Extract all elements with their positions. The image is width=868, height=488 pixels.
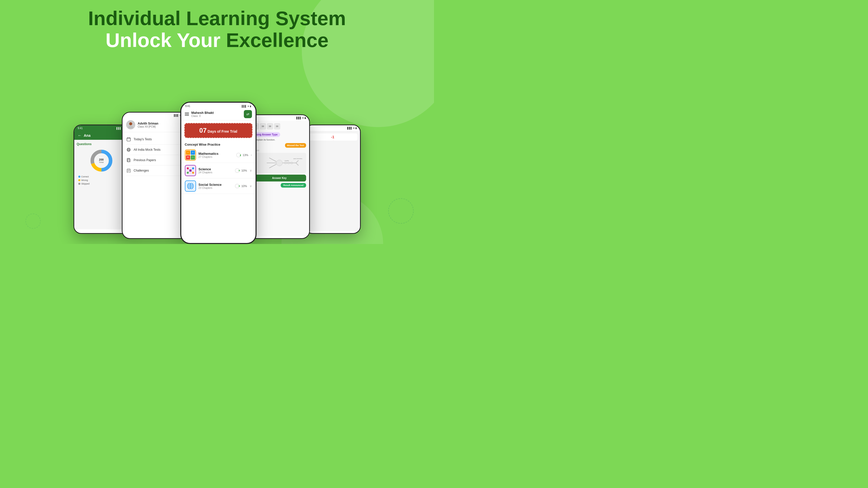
svg-text:✕: ✕ — [187, 156, 189, 159]
question-numbers: 37 38 38 38 — [253, 123, 306, 129]
analytics-content: Questions 200 Total — [74, 140, 129, 229]
menu-item-todays-tests[interactable]: Today's Tests — [126, 134, 184, 144]
main-header: Mahesh Bhakt Class: X ⇄ — [181, 108, 255, 121]
user-avatar — [126, 120, 135, 129]
donut-chart: 200 Total — [77, 148, 126, 173]
calendar-icon — [126, 137, 131, 142]
social-science-name: Social Science — [198, 183, 232, 187]
question-text-snippet: nd explain its function. — [253, 138, 306, 141]
phone-test-result: ▌▌▌ ≋ ▮ 37 38 38 38 Long Answer Type nd … — [249, 115, 310, 239]
math-expand-icon[interactable]: › — [251, 153, 252, 157]
svg-text:axon terminal: axon terminal — [293, 158, 302, 159]
phone-far-right: ▌▌▌ ≋ ▮ -1 — [305, 125, 361, 234]
legend-label-wrong: Wrong — [81, 179, 88, 182]
status-bar-left: 9:41 ▌▌▌⚡ — [74, 125, 129, 131]
menu-item-challenges[interactable]: Challenges — [126, 165, 184, 176]
headline-line2: Unlock Your Excellence — [0, 30, 434, 51]
answer-type-badge: Long Answer Type — [253, 132, 280, 137]
menu-item-previous-papers[interactable]: Previous Papers — [126, 155, 184, 165]
svg-point-44 — [235, 168, 239, 172]
phone-analytics: 9:41 ▌▌▌⚡ ← Ana Questions — [73, 125, 129, 234]
questions-label: Questions — [77, 142, 126, 146]
main-user-name: Mahesh Bhakt — [191, 111, 214, 115]
challenge-icon — [126, 168, 131, 173]
time-main: 9:41 — [185, 105, 190, 107]
social-science-icon — [185, 181, 196, 192]
svg-line-57 — [269, 164, 276, 168]
science-info: Science 24 Chapters — [198, 167, 232, 174]
screen-title-left: Ana — [84, 133, 91, 137]
trial-text: Days of Free Trial — [208, 129, 238, 133]
svg-point-4 — [129, 122, 132, 125]
back-button[interactable]: ← — [78, 133, 82, 138]
science-chapters: 24 Chapters — [198, 171, 232, 174]
menu-label-challenges: Challenges — [134, 169, 149, 172]
science-expand-icon[interactable]: ∨ — [250, 169, 252, 172]
user-name-mid: Advith Sriman — [138, 122, 158, 125]
globe-icon — [126, 147, 131, 152]
science-icon — [185, 165, 196, 176]
missed-test-badge: Missed the Test — [285, 143, 306, 148]
science-progress: 10% ∨ — [235, 168, 252, 173]
svg-line-55 — [269, 158, 276, 162]
phone-main: 9:41 ▌▌▌ ≋ ▮ Mahesh Bhakt Class: X ⇄ 07 — [180, 102, 256, 244]
svg-point-37 — [192, 167, 194, 169]
svg-text:myelin: myelin — [284, 160, 289, 161]
math-name: Mathematics — [198, 152, 234, 156]
svg-line-60 — [296, 163, 299, 165]
menu-list[interactable]: Today's Tests All India Mock Tests — [123, 132, 187, 178]
legend-label-skipped: Skipped — [81, 183, 90, 185]
donut-center-text: 200 Total — [99, 158, 104, 163]
subject-science[interactable]: Science 24 Chapters 10% ∨ — [181, 163, 255, 178]
social-science-expand-icon[interactable]: ∨ — [250, 184, 252, 188]
user-class-mid: Class XII [PCM] — [138, 125, 158, 128]
hamburger-menu[interactable] — [185, 112, 189, 116]
status-bar-far-right: ▌▌▌ ≋ ▮ — [306, 125, 360, 131]
svg-point-32 — [237, 153, 241, 157]
headline-system-text: System — [275, 7, 346, 30]
legend-item-gray: Skipped — [78, 183, 125, 185]
math-info: Mathematics 27 Chapters — [198, 152, 234, 158]
svg-line-59 — [296, 160, 299, 163]
social-science-progress: 10% ∨ — [235, 184, 252, 189]
neuron-diagram: myelin axon terminal — [253, 153, 306, 173]
result-announced-badge: Result Announced — [281, 183, 306, 188]
menu-label-previous-papers: Previous Papers — [134, 158, 156, 162]
headline-line1: Individual Learning System — [0, 8, 434, 30]
far-right-content: -1 — [306, 131, 360, 231]
science-progress-text: 10% — [241, 169, 247, 172]
search-user-icon[interactable]: ⇄ — [244, 110, 252, 118]
svg-point-36 — [187, 167, 189, 169]
subject-social-science[interactable]: Social Science 23 Chapters 10% ∨ — [181, 178, 255, 194]
status-icons-main: ▌▌▌ ≋ ▮ — [242, 105, 251, 107]
long-answer-badge: Long Answer Type — [253, 132, 306, 138]
status-bar-main: 9:41 ▌▌▌ ≋ ▮ — [181, 103, 255, 108]
missed-test-row: Missed the Test — [253, 143, 306, 148]
q-num-38a: 38 — [260, 123, 266, 129]
chart-legend: Correct Wrong Skipped — [77, 175, 126, 185]
total-number: 200 — [99, 158, 104, 161]
legend-dot-blue — [78, 175, 80, 178]
svg-text:+: + — [192, 151, 193, 154]
header-left: Mahesh Bhakt Class: X — [185, 111, 214, 118]
menu-item-mock-tests[interactable]: All India Mock Tests — [126, 144, 184, 155]
headline-unlock-your: Unlock Your — [105, 29, 220, 51]
phone-menu: ▌▌▌ ≋ ▮ Advith Sriman Class XII [PCM] — [122, 112, 188, 239]
negative-marking: -1 — [308, 133, 358, 140]
answer-key-button[interactable]: Answer Key — [253, 174, 306, 182]
social-science-chapters: 23 Chapters — [198, 187, 232, 189]
svg-point-39 — [192, 172, 194, 174]
science-name: Science — [198, 167, 232, 171]
social-science-info: Social Science 23 Chapters — [198, 183, 232, 189]
header-user-info: Mahesh Bhakt Class: X — [191, 111, 214, 118]
search-icon: ⇄ — [246, 112, 249, 116]
math-icon: ÷ + ✕ − — [185, 150, 196, 161]
subject-mathematics[interactable]: ÷ + ✕ − Mathematics 27 Chapters 13% — [181, 148, 255, 163]
legend-item-blue: Correct — [78, 175, 125, 178]
svg-rect-6 — [127, 138, 130, 141]
status-bar-right: ▌▌▌ ≋ ▮ — [250, 115, 309, 121]
concept-practice-title: Concept Wise Practice — [181, 140, 255, 148]
q-num-38b: 38 — [267, 123, 273, 129]
status-icons-far-right: ▌▌▌ ≋ ▮ — [347, 127, 357, 129]
svg-point-38 — [187, 172, 189, 174]
